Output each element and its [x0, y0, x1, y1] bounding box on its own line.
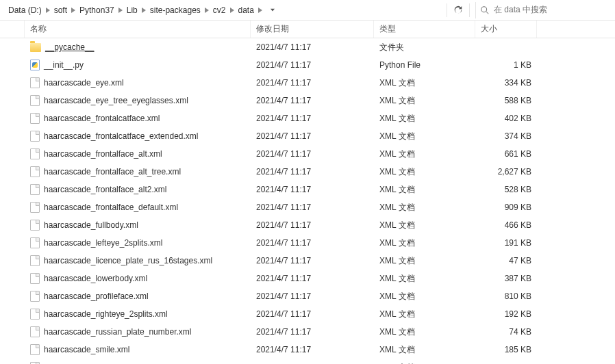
cell-type: XML 文档 [374, 113, 475, 125]
cell-size: 387 KB [475, 274, 537, 283]
header-date[interactable]: 修改日期 [251, 21, 374, 38]
table-row[interactable]: haarcascade_fullbody.xml2021/4/7 11:17XM… [0, 216, 615, 234]
header-size[interactable]: 大小 [475, 21, 537, 38]
file-name: haarcascade_profileface.xml [44, 291, 149, 301]
breadcrumb-dropdown-button[interactable] [266, 8, 275, 12]
table-row[interactable]: haarcascade_frontalface_alt.xml2021/4/7 … [0, 145, 615, 163]
chevron-right-icon[interactable] [45, 2, 51, 18]
file-icon [30, 344, 40, 355]
cell-date: 2021/4/7 11:17 [251, 309, 374, 319]
chevron-right-icon[interactable] [70, 2, 77, 18]
cell-type: XML 文档 [374, 202, 475, 213]
refresh-button[interactable] [449, 2, 468, 18]
table-row[interactable]: haarcascade_lowerbody.xml2021/4/7 11:17X… [0, 270, 615, 287]
cell-date: 2021/4/7 11:17 [251, 185, 374, 194]
table-row[interactable]: haarcascade_frontalface_alt_tree.xml2021… [0, 163, 615, 181]
cell-name: haarcascade_frontalface_alt.xml [25, 148, 251, 159]
file-icon [30, 273, 40, 284]
file-name: haarcascade_lefteye_2splits.xml [44, 238, 162, 248]
separator [469, 3, 470, 17]
file-icon [30, 202, 40, 213]
table-row[interactable]: haarcascade_russian_plate_number.xml2021… [0, 323, 615, 341]
cell-name: haarcascade_frontalcatface.xml [25, 113, 251, 124]
cell-date: 2021/4/7 11:17 [251, 327, 374, 337]
breadcrumb-item[interactable]: data [236, 2, 257, 18]
cell-name: haarcascade_eye.xml [25, 77, 251, 88]
chevron-right-icon[interactable] [203, 2, 210, 18]
cell-date: 2021/4/7 11:17 [251, 114, 374, 123]
cell-name: haarcascade_smile.xml [25, 344, 251, 355]
cell-date: 2021/4/7 11:17 [251, 96, 374, 105]
cell-name: haarcascade_frontalface_default.xml [25, 202, 251, 213]
table-row[interactable]: haarcascade_upperbody.xml2021/4/7 11:17X… [0, 359, 615, 364]
cell-name: __init__.py [25, 60, 251, 70]
cell-name: haarcascade_profileface.xml [25, 291, 251, 302]
cell-size: 909 KB [475, 203, 537, 212]
chevron-right-icon[interactable] [140, 2, 147, 18]
file-name: haarcascade_frontalface_alt_tree.xml [44, 167, 181, 177]
separator [447, 3, 447, 17]
cell-date: 2021/4/7 11:17 [251, 274, 374, 283]
cell-type: XML 文档 [374, 326, 475, 338]
breadcrumb: Data (D:)softPython37Libsite-packagescv2… [3, 0, 266, 20]
table-row[interactable]: haarcascade_frontalface_default.xml2021/… [0, 198, 615, 216]
breadcrumb-item[interactable]: site-packages [147, 2, 203, 18]
folder-icon [30, 43, 41, 52]
table-row[interactable]: __init__.py2021/4/7 11:17Python File1 KB [0, 56, 615, 74]
cell-size: 191 KB [475, 238, 537, 248]
table-row[interactable]: haarcascade_profileface.xml2021/4/7 11:1… [0, 287, 615, 305]
table-row[interactable]: haarcascade_smile.xml2021/4/7 11:17XML 文… [0, 341, 615, 359]
address-bar: Data (D:)softPython37Libsite-packagescv2… [0, 0, 615, 21]
breadcrumb-item[interactable]: soft [51, 2, 70, 18]
file-name: haarcascade_lowerbody.xml [44, 274, 147, 283]
search-input[interactable]: 在 data 中搜索 [475, 2, 612, 18]
table-row[interactable]: haarcascade_lefteye_2splits.xml2021/4/7 … [0, 234, 615, 252]
table-row[interactable]: haarcascade_frontalcatface_extended.xml2… [0, 127, 615, 145]
cell-size: 192 KB [475, 309, 537, 319]
svg-line-1 [486, 11, 489, 14]
cell-type: XML 文档 [374, 309, 475, 320]
cell-size: 588 KB [475, 96, 537, 105]
cell-type: XML 文档 [374, 362, 475, 365]
chevron-right-icon[interactable] [229, 2, 236, 18]
cell-size: 528 KB [475, 185, 537, 194]
file-name: __pycache__ [45, 42, 94, 52]
file-icon [30, 77, 40, 88]
cell-size: 2,627 KB [475, 167, 537, 177]
file-name: haarcascade_eye.xml [44, 78, 124, 88]
cell-name: __pycache__ [25, 42, 251, 52]
breadcrumb-item[interactable]: cv2 [210, 2, 229, 18]
cell-type: XML 文档 [374, 291, 475, 302]
cell-size: 47 KB [475, 256, 537, 265]
header-name[interactable]: 名称 [25, 21, 251, 38]
table-row[interactable]: haarcascade_eye.xml2021/4/7 11:17XML 文档3… [0, 74, 615, 92]
table-row[interactable]: haarcascade_righteye_2splits.xml2021/4/7… [0, 305, 615, 323]
file-icon [30, 148, 40, 159]
cell-name: haarcascade_fullbody.xml [25, 220, 251, 231]
file-name: haarcascade_eye_tree_eyeglasses.xml [44, 96, 188, 105]
breadcrumb-item[interactable]: Python37 [77, 2, 117, 18]
breadcrumb-item[interactable]: Lib [124, 2, 140, 18]
file-list: __pycache__2021/4/7 11:17文件夹__init__.py2… [0, 38, 615, 364]
table-row[interactable]: haarcascade_eye_tree_eyeglasses.xml2021/… [0, 92, 615, 109]
cell-name: haarcascade_russian_plate_number.xml [25, 326, 251, 337]
cell-date: 2021/4/7 11:17 [251, 345, 374, 354]
header-type[interactable]: 类型 [374, 21, 475, 38]
cell-date: 2021/4/7 11:17 [251, 220, 374, 230]
cell-name: haarcascade_frontalface_alt_tree.xml [25, 166, 251, 177]
search-placeholder: 在 data 中搜索 [494, 4, 547, 16]
table-row[interactable]: haarcascade_licence_plate_rus_16stages.x… [0, 252, 615, 270]
cell-type: XML 文档 [374, 184, 475, 196]
cell-size: 334 KB [475, 78, 537, 88]
table-row[interactable]: __pycache__2021/4/7 11:17文件夹 [0, 38, 615, 56]
chevron-right-icon[interactable] [117, 2, 124, 18]
cell-type: XML 文档 [374, 166, 475, 178]
cell-type: XML 文档 [374, 148, 475, 160]
table-row[interactable]: haarcascade_frontalcatface.xml2021/4/7 1… [0, 109, 615, 127]
cell-size: 810 KB [475, 291, 537, 301]
cell-type: XML 文档 [374, 95, 475, 107]
table-row[interactable]: haarcascade_frontalface_alt2.xml2021/4/7… [0, 181, 615, 198]
file-name: haarcascade_righteye_2splits.xml [44, 309, 168, 319]
chevron-right-icon[interactable] [257, 2, 264, 18]
breadcrumb-item[interactable]: Data (D:) [5, 2, 45, 18]
